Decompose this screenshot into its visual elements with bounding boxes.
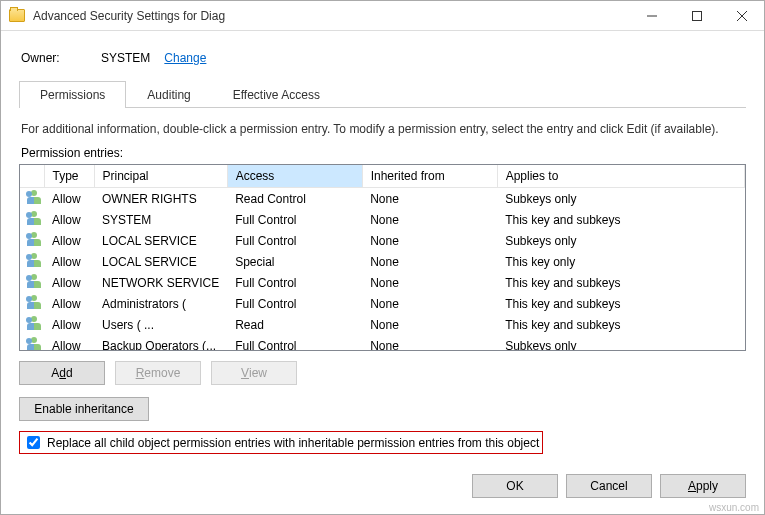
close-button[interactable] <box>719 1 764 30</box>
remove-button: Remove <box>115 361 201 385</box>
maximize-button[interactable] <box>674 1 719 30</box>
cell-applies: Subkeys only <box>497 188 744 210</box>
permission-table-scroll[interactable]: Type Principal Access Inherited from App… <box>20 165 745 350</box>
cell-inherited: None <box>362 230 497 251</box>
watermark: wsxun.com <box>709 502 759 513</box>
cell-applies: Subkeys only <box>497 335 744 350</box>
table-header-row: Type Principal Access Inherited from App… <box>20 165 745 188</box>
permission-entries-label: Permission entries: <box>21 146 746 160</box>
row-icon-cell <box>20 272 44 293</box>
col-principal[interactable]: Principal <box>94 165 227 188</box>
table-row[interactable]: AllowUsers ( ...ReadNoneThis key and sub… <box>20 314 745 335</box>
replace-checkbox-label: Replace all child object permission entr… <box>47 436 539 450</box>
row-icon-cell <box>20 251 44 272</box>
cell-principal: Administrators ( <box>94 293 227 314</box>
cell-type: Allow <box>44 230 94 251</box>
cell-principal: Backup Operators (... <box>94 335 227 350</box>
row-icon-cell <box>20 314 44 335</box>
cell-type: Allow <box>44 335 94 350</box>
cell-inherited: None <box>362 335 497 350</box>
cancel-button[interactable]: Cancel <box>566 474 652 498</box>
tab-effective-access[interactable]: Effective Access <box>212 81 341 108</box>
dialog-footer: OK Cancel Apply <box>1 464 764 514</box>
cell-inherited: None <box>362 251 497 272</box>
enable-inheritance-button[interactable]: Enable inheritance <box>19 397 149 421</box>
col-applies[interactable]: Applies to <box>497 165 744 188</box>
cell-applies: This key and subkeys <box>497 293 744 314</box>
people-icon <box>26 295 42 309</box>
cell-applies: This key and subkeys <box>497 314 744 335</box>
maximize-icon <box>692 11 702 21</box>
cell-principal: Users ( ... <box>94 314 227 335</box>
cell-inherited: None <box>362 188 497 210</box>
cell-inherited: None <box>362 209 497 230</box>
cell-principal: OWNER RIGHTS <box>94 188 227 210</box>
add-button[interactable]: Add <box>19 361 105 385</box>
cell-inherited: None <box>362 272 497 293</box>
table-row[interactable]: AllowSYSTEMFull ControlNoneThis key and … <box>20 209 745 230</box>
cell-access: Full Control <box>227 209 362 230</box>
tab-permissions[interactable]: Permissions <box>19 81 126 108</box>
tabs: Permissions Auditing Effective Access <box>19 81 746 108</box>
info-text: For additional information, double-click… <box>21 122 744 136</box>
cell-applies: This key only <box>497 251 744 272</box>
cell-type: Allow <box>44 272 94 293</box>
col-inherited[interactable]: Inherited from <box>362 165 497 188</box>
owner-row: Owner: SYSTEM Change <box>21 51 746 65</box>
titlebar: Advanced Security Settings for Diag <box>1 1 764 31</box>
table-row[interactable]: AllowLOCAL SERVICEFull ControlNoneSubkey… <box>20 230 745 251</box>
people-icon <box>26 274 42 288</box>
close-icon <box>737 11 747 21</box>
col-type[interactable]: Type <box>44 165 94 188</box>
cell-principal: NETWORK SERVICE <box>94 272 227 293</box>
replace-checkbox[interactable] <box>27 436 40 449</box>
ok-button[interactable]: OK <box>472 474 558 498</box>
people-icon <box>26 253 42 267</box>
entry-buttons: Add Remove View <box>19 361 746 385</box>
cell-type: Allow <box>44 251 94 272</box>
cell-type: Allow <box>44 293 94 314</box>
cell-access: Read Control <box>227 188 362 210</box>
people-icon <box>26 211 42 225</box>
table-body: AllowOWNER RIGHTSRead ControlNoneSubkeys… <box>20 188 745 351</box>
table-row[interactable]: AllowBackup Operators (...Full ControlNo… <box>20 335 745 350</box>
row-icon-cell <box>20 335 44 350</box>
cell-access: Special <box>227 251 362 272</box>
cell-type: Allow <box>44 188 94 210</box>
table-row[interactable]: AllowAdministrators (Full ControlNoneThi… <box>20 293 745 314</box>
cell-type: Allow <box>44 314 94 335</box>
view-button: View <box>211 361 297 385</box>
cell-access: Full Control <box>227 335 362 350</box>
tab-auditing[interactable]: Auditing <box>126 81 211 108</box>
cell-access: Read <box>227 314 362 335</box>
people-icon <box>26 337 42 350</box>
row-icon-cell <box>20 293 44 314</box>
cell-access: Full Control <box>227 272 362 293</box>
permission-table: Type Principal Access Inherited from App… <box>20 165 745 350</box>
table-row[interactable]: AllowNETWORK SERVICEFull ControlNoneThis… <box>20 272 745 293</box>
cell-principal: SYSTEM <box>94 209 227 230</box>
cell-inherited: None <box>362 293 497 314</box>
cell-access: Full Control <box>227 230 362 251</box>
window-title: Advanced Security Settings for Diag <box>33 9 629 23</box>
cell-inherited: None <box>362 314 497 335</box>
replace-checkbox-row[interactable]: Replace all child object permission entr… <box>19 431 543 454</box>
people-icon <box>26 316 42 330</box>
permission-table-container: Type Principal Access Inherited from App… <box>19 164 746 351</box>
col-icon[interactable] <box>20 165 44 188</box>
apply-button[interactable]: Apply <box>660 474 746 498</box>
people-icon <box>26 190 42 204</box>
folder-icon <box>9 9 25 22</box>
security-dialog: Advanced Security Settings for Diag Owne… <box>0 0 765 515</box>
col-access[interactable]: Access <box>227 165 362 188</box>
row-icon-cell <box>20 230 44 251</box>
change-owner-link[interactable]: Change <box>164 51 206 65</box>
window-buttons <box>629 1 764 30</box>
row-icon-cell <box>20 188 44 210</box>
svg-rect-1 <box>692 11 701 20</box>
cell-access: Full Control <box>227 293 362 314</box>
minimize-icon <box>647 11 657 21</box>
table-row[interactable]: AllowOWNER RIGHTSRead ControlNoneSubkeys… <box>20 188 745 210</box>
minimize-button[interactable] <box>629 1 674 30</box>
table-row[interactable]: AllowLOCAL SERVICESpecialNoneThis key on… <box>20 251 745 272</box>
